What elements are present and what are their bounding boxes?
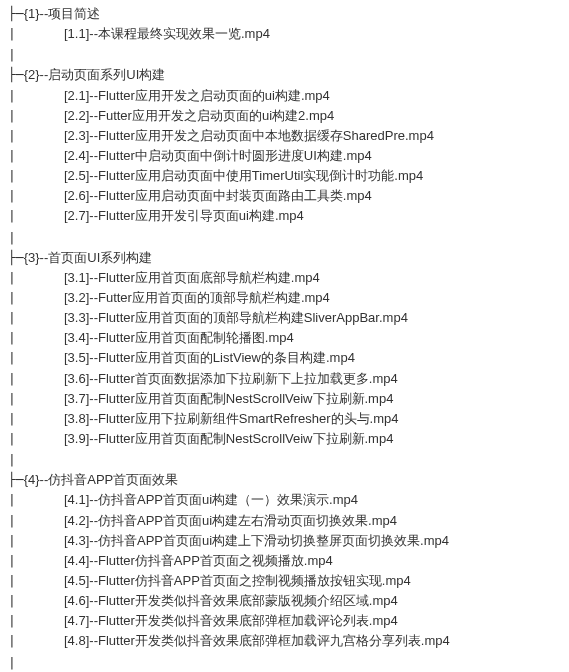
section-title: 项目简述 (48, 6, 100, 21)
tree-bar: | (8, 653, 16, 673)
tree-bar: | (8, 206, 16, 226)
file-item: |[1.1]--本课程最终实现效果一览.mp4 (8, 24, 561, 44)
separator-dash: -- (89, 128, 98, 143)
item-index: [3.8] (64, 411, 89, 426)
file-item: |[4.2]--仿抖音APP首页面ui构建左右滑动页面切换效果.mp4 (8, 511, 561, 531)
tree-bar: | (8, 531, 16, 551)
section-number: {1} (24, 6, 40, 21)
file-item: |[4.3]--仿抖音APP首页面ui构建上下滑动切换整屏页面切换效果.mp4 (8, 531, 561, 551)
tree-bar-line: | (8, 450, 561, 470)
item-filename: 仿抖音APP首页面ui构建上下滑动切换整屏页面切换效果.mp4 (98, 533, 449, 548)
tree-bar: | (8, 166, 16, 186)
tree-bar: | (8, 409, 16, 429)
separator-dash: -- (89, 593, 98, 608)
item-filename: Flutter中启动页面中倒计时圆形进度UI构建.mp4 (98, 148, 372, 163)
tree-bar: | (8, 591, 16, 611)
item-filename: Flutter应用启动页面中封装页面路由工具类.mp4 (98, 188, 372, 203)
tree-bar: | (8, 511, 16, 531)
tree-branch-prefix: ├─ (8, 250, 24, 265)
tree-bar: | (8, 571, 16, 591)
tree-bar: | (8, 389, 16, 409)
separator-dash: -- (89, 88, 98, 103)
item-index: [4.7] (64, 613, 89, 628)
separator-dash: -- (89, 492, 98, 507)
item-filename: Flutter应用首页面的顶部导航栏构建SliverAppBar.mp4 (98, 310, 408, 325)
item-index: [2.2] (64, 108, 89, 123)
item-index: [4.3] (64, 533, 89, 548)
file-tree: ├─{1}--项目简述|[1.1]--本课程最终实现效果一览.mp4|├─{2}… (8, 4, 561, 672)
separator-dash: -- (89, 411, 98, 426)
separator-dash: -- (89, 108, 98, 123)
item-index: [2.7] (64, 208, 89, 223)
item-filename: Flutter应用启动页面中使用TimerUtil实现倒计时功能.mp4 (98, 168, 423, 183)
item-filename: Flutter仿抖音APP首页面之视频播放.mp4 (98, 553, 333, 568)
file-item: |[4.5]--Flutter仿抖音APP首页面之控制视频播放按钮实现.mp4 (8, 571, 561, 591)
file-item: |[4.7]--Flutter开发类似抖音效果底部弹框加载评论列表.mp4 (8, 611, 561, 631)
section-title: 启动页面系列UI构建 (48, 67, 165, 82)
item-filename: Flutter应用首页面的ListView的条目构建.mp4 (98, 350, 355, 365)
file-item: |[3.5]--Flutter应用首页面的ListView的条目构建.mp4 (8, 348, 561, 368)
item-filename: Flutter开发类似抖音效果底部弹框加载评九宫格分享列表.mp4 (98, 633, 450, 648)
tree-bar: | (8, 45, 16, 65)
item-index: [3.9] (64, 431, 89, 446)
item-index: [3.3] (64, 310, 89, 325)
separator-dash: -- (89, 573, 98, 588)
file-item: |[3.1]--Flutter应用首页面底部导航栏构建.mp4 (8, 268, 561, 288)
tree-bar: | (8, 288, 16, 308)
separator-dash: -- (89, 633, 98, 648)
item-index: [3.4] (64, 330, 89, 345)
tree-bar: | (8, 490, 16, 510)
file-item: |[4.6]--Flutter开发类似抖音效果底部蒙版视频介绍区域.mp4 (8, 591, 561, 611)
item-index: [2.4] (64, 148, 89, 163)
tree-bar: | (8, 228, 16, 248)
item-index: [4.2] (64, 513, 89, 528)
section-title: 仿抖音APP首页面效果 (48, 472, 178, 487)
separator-dash: -- (89, 148, 98, 163)
separator-dash: -- (89, 208, 98, 223)
item-filename: Flutter应用首页面底部导航栏构建.mp4 (98, 270, 320, 285)
item-filename: Futter应用首页面的顶部导航栏构建.mp4 (98, 290, 330, 305)
item-filename: Flutter应用首页面配制NestScrollVeiw下拉刷新.mp4 (98, 431, 393, 446)
file-item: |[3.4]--Flutter应用首页面配制轮播图.mp4 (8, 328, 561, 348)
separator-dash: -- (89, 290, 98, 305)
tree-bar: | (8, 348, 16, 368)
section-items: |[1.1]--本课程最终实现效果一览.mp4 (8, 24, 561, 44)
section-number: {4} (24, 472, 40, 487)
tree-bar: | (8, 126, 16, 146)
item-filename: Flutter应用下拉刷新组件SmartRefresher的头与.mp4 (98, 411, 399, 426)
tree-bar: | (8, 369, 16, 389)
item-index: [4.6] (64, 593, 89, 608)
file-item: |[2.1]--Flutter应用开发之启动页面的ui构建.mp4 (8, 86, 561, 106)
item-filename: 仿抖音APP首页面ui构建左右滑动页面切换效果.mp4 (98, 513, 397, 528)
file-item: |[3.2]--Futter应用首页面的顶部导航栏构建.mp4 (8, 288, 561, 308)
item-filename: Flutter应用首页面配制轮播图.mp4 (98, 330, 294, 345)
item-filename: Flutter应用开发引导页面ui构建.mp4 (98, 208, 304, 223)
separator-dash: -- (89, 371, 98, 386)
tree-bar: | (8, 24, 16, 44)
separator-dash: -- (89, 330, 98, 345)
item-index: [2.6] (64, 188, 89, 203)
tree-bar: | (8, 186, 16, 206)
separator-dash: -- (40, 6, 49, 21)
section-header: ├─{2}--启动页面系列UI构建 (8, 65, 561, 85)
file-item: |[3.8]--Flutter应用下拉刷新组件SmartRefresher的头与… (8, 409, 561, 429)
tree-bar: | (8, 86, 16, 106)
tree-bar: | (8, 611, 16, 631)
file-item: |[2.2]--Futter应用开发之启动页面的ui构建2.mp4 (8, 106, 561, 126)
separator-dash: -- (40, 250, 49, 265)
file-item: |[4.4]--Flutter仿抖音APP首页面之视频播放.mp4 (8, 551, 561, 571)
item-filename: 本课程最终实现效果一览.mp4 (98, 26, 270, 41)
tree-bar: | (8, 631, 16, 651)
item-filename: 仿抖音APP首页面ui构建（一）效果演示.mp4 (98, 492, 358, 507)
tree-bar: | (8, 450, 16, 470)
tree-bar: | (8, 308, 16, 328)
section-title: 首页面UI系列构建 (48, 250, 152, 265)
file-item: |[3.7]--Flutter应用首页面配制NestScrollVeiw下拉刷新… (8, 389, 561, 409)
separator-dash: -- (89, 391, 98, 406)
item-filename: Flutter应用开发之启动页面的ui构建.mp4 (98, 88, 330, 103)
file-item: |[2.4]--Flutter中启动页面中倒计时圆形进度UI构建.mp4 (8, 146, 561, 166)
tree-bar-line: | (8, 228, 561, 248)
separator-dash: -- (89, 350, 98, 365)
item-index: [2.3] (64, 128, 89, 143)
item-index: [1.1] (64, 26, 89, 41)
